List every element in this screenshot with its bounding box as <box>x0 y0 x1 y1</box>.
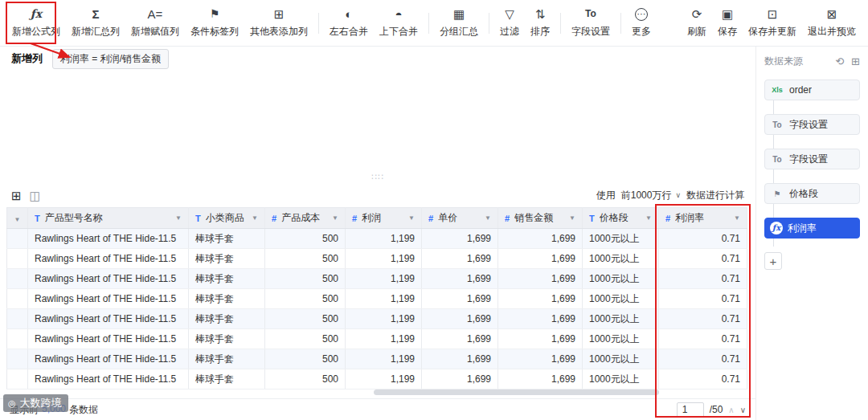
header-cell: #产品成本▼ <box>272 211 338 225</box>
field-type-icon: # <box>505 214 510 223</box>
cell-subcategory: 棒球手套 <box>189 369 265 389</box>
row-selector-cell[interactable] <box>7 329 28 349</box>
field-type-icon: # <box>272 214 276 223</box>
filter-caret-icon: ▼ <box>569 214 575 222</box>
table-add-icon: ⊞ <box>274 7 285 21</box>
toolbar-separator <box>560 13 561 34</box>
toolbar-button-add-column-from-other-table[interactable]: ⊞其他表添加列 <box>244 0 313 46</box>
toolbar-button-merge-left-right[interactable]: ◐左右合并 <box>324 0 374 46</box>
node-price-band[interactable]: ⚑价格段 <box>764 183 860 204</box>
history-icon[interactable]: ⟲ <box>835 55 844 67</box>
filter-caret-icon: ▼ <box>485 214 491 222</box>
field-type-icon: # <box>428 214 433 223</box>
column-header-sales-amount[interactable]: #销售金额▼ <box>498 208 583 229</box>
toolbar-button-save-and-update[interactable]: ⊡保存并更新 <box>743 0 802 46</box>
table-body: Rawlings Heart of THE Hide-11.5棒球手套5001,… <box>7 229 747 389</box>
cell-profit-rate: 0.71 <box>659 289 747 309</box>
node-field-settings-2[interactable]: To字段设置 <box>764 149 860 169</box>
cell-price-band: 1000元以上 <box>583 249 659 269</box>
cell-price-band: 1000元以上 <box>583 369 659 389</box>
toolbar-button-sort[interactable]: ⇅排序 <box>525 0 555 46</box>
header-cell: #利润▼ <box>352 211 415 225</box>
node-profit-rate[interactable]: ƒx利润率 <box>764 218 860 239</box>
toolbar-button-refresh[interactable]: ⟳刷新 <box>682 0 712 46</box>
cell-product-model-name: Rawlings Heart of THE Hide-11.5 <box>28 309 189 329</box>
cell-product-cost: 500 <box>265 309 346 329</box>
row-count-summary: 显示前 5,000 条数据 <box>10 403 98 417</box>
row-selector-cell[interactable] <box>7 369 28 389</box>
row-selector-header[interactable]: ▼ <box>7 208 28 229</box>
row-selector-cell[interactable] <box>7 309 28 329</box>
row-selector-cell[interactable] <box>7 269 28 289</box>
cell-product-cost: 500 <box>265 289 346 309</box>
cell-sales-amount: 1,699 <box>498 269 583 289</box>
tag-icon: ⚑ <box>770 190 784 198</box>
table-row: Rawlings Heart of THE Hide-11.5棒球手套5001,… <box>7 309 747 329</box>
save-update-icon: ⊡ <box>768 7 778 21</box>
toolbar-button-add-summary-column[interactable]: Σ新增汇总列 <box>66 0 125 46</box>
page-up-icon[interactable]: ∧ <box>728 406 734 414</box>
table-view-icon[interactable]: ⊞ <box>11 190 22 202</box>
cell-profit: 1,199 <box>346 349 422 369</box>
card-view-icon[interactable]: ◫ <box>30 190 41 202</box>
toolbar-label: 过滤 <box>500 25 519 39</box>
row-selector-cell[interactable] <box>7 289 28 309</box>
cell-subcategory: 棒球手套 <box>189 269 265 289</box>
column-header-product-model-name[interactable]: T产品型号名称▼ <box>28 208 189 229</box>
column-header-profit[interactable]: #利润▼ <box>346 208 422 229</box>
toolbar-button-add-assignment-column[interactable]: A=新增赋值列 <box>125 0 185 46</box>
cell-sales-amount: 1,699 <box>498 349 583 369</box>
toolbar-left: ƒx新增公式列Σ新增汇总列A=新增赋值列⚑条件标签列⊞其他表添加列◐左右合并◓上… <box>6 0 657 46</box>
page-down-icon[interactable]: ∨ <box>740 406 746 414</box>
formula-tag[interactable]: 利润率 = 利润/销售金额 <box>52 49 169 69</box>
toolbar-button-filter[interactable]: ▽过滤 <box>494 0 525 46</box>
column-header-profit-rate[interactable]: #利润率▼ <box>659 208 747 229</box>
toolbar-label: 退出并预览 <box>808 25 856 39</box>
node-order[interactable]: Xlsorder <box>764 80 860 100</box>
toolbar-button-group-summary[interactable]: ▦分组汇总 <box>434 0 484 46</box>
data-source-title: 数据来源 <box>764 55 803 68</box>
page-input[interactable]: 1 <box>677 402 704 418</box>
node-label: order <box>789 84 812 96</box>
cell-unit-price: 1,699 <box>422 329 498 349</box>
toolbar-button-field-settings[interactable]: To字段设置 <box>566 0 616 46</box>
fx-circle-icon: ƒx <box>770 222 783 234</box>
cell-product-model-name: Rawlings Heart of THE Hide-11.5 <box>28 349 189 369</box>
cell-unit-price: 1,699 <box>422 269 498 289</box>
toolbar-label: 左右合并 <box>330 25 368 39</box>
toolbar-button-add-formula-column[interactable]: ƒx新增公式列 <box>6 0 66 46</box>
header-cell: #销售金额▼ <box>505 211 575 225</box>
table-row: Rawlings Heart of THE Hide-11.5棒球手套5001,… <box>7 249 747 269</box>
usage-prefix: 使用 <box>596 189 616 202</box>
field-type-icon: # <box>352 214 357 223</box>
row-limit-select[interactable]: 前1000万行 ∨ <box>621 189 681 202</box>
header-cell: T价格段▼ <box>589 211 652 225</box>
horizontal-scrollbar[interactable] <box>374 389 659 395</box>
row-selector-cell[interactable] <box>7 349 28 369</box>
column-header-unit-price[interactable]: #单价▼ <box>422 208 498 229</box>
toolbar-button-conditional-tag-column[interactable]: ⚑条件标签列 <box>185 0 244 46</box>
toolbar-label: 其他表添加列 <box>250 25 308 39</box>
drag-handle[interactable]: ∷∷ <box>371 172 384 182</box>
column-header-subcategory[interactable]: T小类商品▼ <box>189 208 265 229</box>
row-selector-cell[interactable] <box>7 229 28 249</box>
column-label: 单价 <box>438 211 480 225</box>
add-step-button[interactable]: + <box>764 252 782 270</box>
toolbar-button-exit-and-preview[interactable]: ⊠退出并预览 <box>802 0 862 46</box>
top-toolbar: ƒx新增公式列Σ新增汇总列A=新增赋值列⚑条件标签列⊞其他表添加列◐左右合并◓上… <box>0 0 868 47</box>
table-row: Rawlings Heart of THE Hide-11.5棒球手套5001,… <box>7 229 747 249</box>
layout-icon[interactable]: ⊞ <box>851 55 860 67</box>
pagination: 1 /50 ∧ ∨ <box>677 402 746 418</box>
cell-product-cost: 500 <box>265 229 346 249</box>
cell-product-model-name: Rawlings Heart of THE Hide-11.5 <box>28 329 189 349</box>
row-selector-cell[interactable] <box>7 249 28 269</box>
column-header-product-cost[interactable]: #产品成本▼ <box>265 208 346 229</box>
toolbar-label: 保存并更新 <box>748 25 796 39</box>
toolbar-button-merge-top-bottom[interactable]: ◓上下合并 <box>374 0 424 46</box>
toolbar-button-save[interactable]: ▣保存 <box>712 0 743 46</box>
toolbar-button-more[interactable]: ⋯更多 <box>626 0 657 46</box>
node-field-settings-1[interactable]: To字段设置 <box>764 114 860 135</box>
column-header-price-band[interactable]: T价格段▼ <box>583 208 659 229</box>
cell-profit: 1,199 <box>346 329 422 349</box>
table-header-row: ▼T产品型号名称▼T小类商品▼#产品成本▼#利润▼#单价▼#销售金额▼T价格段▼… <box>7 208 747 229</box>
